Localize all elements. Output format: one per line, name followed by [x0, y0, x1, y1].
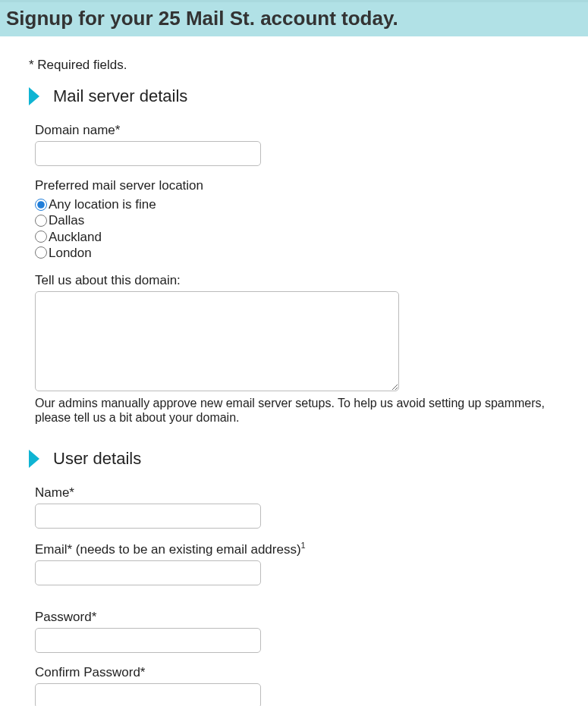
location-radio-any[interactable] [35, 199, 47, 211]
name-group: Name* [35, 485, 559, 529]
confirm-password-label: Confirm Password* [35, 665, 559, 680]
location-label: Preferred mail server location [35, 178, 559, 193]
arrow-right-icon [29, 450, 39, 468]
email-input[interactable] [35, 560, 261, 585]
password-input[interactable] [35, 628, 261, 653]
email-label-text: Email* (needs to be an existing email ad… [35, 542, 301, 557]
about-domain-group: Tell us about this domain: Our admins ma… [35, 273, 559, 425]
section-mail-server-header: Mail server details [29, 86, 559, 106]
about-domain-hint: Our admins manually approve new email se… [35, 396, 558, 425]
email-group: Email* (needs to be an existing email ad… [35, 541, 559, 585]
section-mail-server-title: Mail server details [53, 86, 187, 106]
location-group: Preferred mail server location Any locat… [35, 178, 559, 261]
password-label: Password* [35, 610, 559, 625]
banner-title: Signup for your 25 Mail St. account toda… [6, 7, 582, 30]
name-input[interactable] [35, 504, 261, 529]
confirm-password-input[interactable] [35, 683, 261, 706]
arrow-right-icon [29, 87, 39, 105]
confirm-password-group: Confirm Password* [35, 665, 559, 706]
email-label-sup: 1 [301, 541, 306, 550]
main-content: * Required fields. Mail server details D… [0, 58, 588, 706]
name-label: Name* [35, 485, 559, 500]
page-banner: Signup for your 25 Mail St. account toda… [0, 0, 588, 36]
password-group: Password* [35, 610, 559, 653]
location-option-auckland: Auckland [49, 229, 102, 245]
domain-name-label: Domain name* [35, 123, 559, 138]
section-user-details-title: User details [53, 449, 141, 469]
domain-name-group: Domain name* [35, 123, 559, 166]
required-fields-note: * Required fields. [29, 58, 559, 73]
about-domain-label: Tell us about this domain: [35, 273, 559, 288]
location-radio-dallas[interactable] [35, 215, 47, 227]
location-option-dallas: Dallas [49, 212, 84, 228]
location-radio-auckland[interactable] [35, 231, 47, 243]
location-option-london: London [49, 245, 92, 261]
location-option-any: Any location is fine [49, 196, 156, 212]
domain-name-input[interactable] [35, 141, 261, 166]
email-label: Email* (needs to be an existing email ad… [35, 541, 559, 557]
section-user-details-header: User details [29, 449, 559, 469]
about-domain-textarea[interactable] [35, 291, 399, 391]
location-radio-london[interactable] [35, 246, 47, 259]
